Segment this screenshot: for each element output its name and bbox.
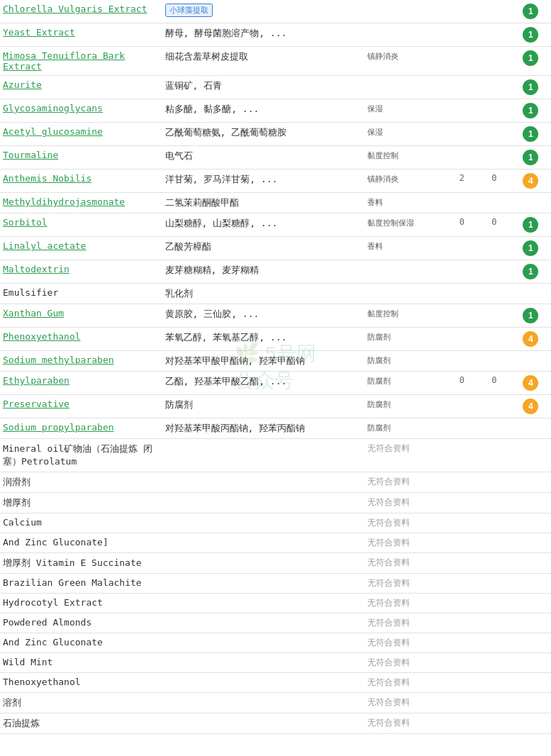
ingredient-name-link[interactable]: Sodium propylparaben — [3, 422, 114, 433]
func-tag: 防腐剂 — [367, 376, 391, 387]
ingredient-name-text: 增厚剂 — [3, 497, 30, 508]
safety-badge: 1 — [523, 27, 538, 43]
ingredient-func-cell: 无符合资料 — [364, 713, 551, 734]
ingredient-name-link[interactable]: Linalyl acetate — [3, 240, 86, 251]
ingredient-score2 — [478, 0, 511, 23]
no-data-label: 无符合资料 — [367, 697, 410, 707]
table-row: Ethylparaben乙酯, 羟基苯甲酸乙酯, ...防腐剂004 — [0, 372, 551, 395]
ingredient-func-cell — [364, 0, 445, 23]
ingredient-name-link[interactable]: Maltodextrin — [3, 264, 69, 274]
safety-badge: 1 — [523, 308, 538, 323]
ingredient-alias-cell: 二氢茉莉酮酸甲酯 — [162, 193, 365, 213]
no-data-label: 无符合资料 — [367, 538, 410, 547]
ingredient-name-cell[interactable]: Phenoxyethanol — [0, 328, 162, 351]
ingredient-name-link[interactable]: Yeast Extract — [3, 27, 75, 38]
ingredient-name-link[interactable]: Mimosa Tenuiflora Bark Extract — [3, 50, 125, 72]
ingredient-name-cell: Powdered Almonds — [0, 613, 162, 633]
alias-text: 洋甘菊, 罗马洋甘菊, ... — [165, 174, 278, 184]
ingredient-func-cell: 无符合资料 — [364, 633, 551, 653]
ingredient-name-cell: 润滑剂 — [0, 472, 162, 493]
ingredient-name-link[interactable]: Chlorella Vulgaris Extract — [3, 4, 148, 14]
ingredient-alias-cell: 苯氧乙醇, 苯氧基乙醇, ... — [162, 328, 365, 351]
ingredient-name-cell: Wild Mint — [0, 653, 162, 673]
ingredient-badge-cell: 1 — [511, 260, 551, 284]
ingredient-name-cell[interactable]: Methyldihydrojasmonate — [0, 193, 162, 213]
ingredient-func-cell — [364, 76, 445, 99]
no-data-label: 无符合资料 — [367, 718, 410, 728]
ingredient-name-link[interactable]: Ethylparaben — [3, 375, 69, 386]
ingredient-score1 — [445, 47, 478, 76]
ingredient-name-cell[interactable]: Glycosaminoglycans — [0, 99, 162, 123]
ingredient-name-link[interactable]: Phenoxyethanol — [3, 331, 81, 342]
ingredient-name-cell[interactable]: Yeast Extract — [0, 23, 162, 47]
ingredient-alias-cell: 粘多醣, 黏多醣, ... — [162, 99, 365, 123]
ingredient-name-cell[interactable]: Sodium propylparaben — [0, 418, 162, 439]
ingredient-name-cell[interactable]: Sodium methylparaben — [0, 351, 162, 372]
ingredient-alias-cell — [162, 553, 365, 574]
ingredient-name-cell[interactable]: Sorbitol — [0, 213, 162, 237]
ingredient-name-link[interactable]: Xanthan Gum — [3, 308, 64, 318]
ingredient-func-cell — [364, 260, 445, 284]
ingredient-badge-cell: 1 — [511, 237, 551, 260]
ingredient-badge-cell: 4 — [511, 395, 551, 418]
table-row: 石油提炼无符合资料 — [0, 713, 551, 734]
table-row: Tourmaline电气石黏度控制1 — [0, 146, 551, 169]
ingredient-name-text: 溶剂 — [3, 697, 21, 708]
ingredient-alias-cell: 对羟基苯甲酸甲酯钠, 羟苯甲酯钠 — [162, 351, 365, 372]
no-data-label: 无符合资料 — [367, 557, 410, 567]
ingredient-name-link[interactable]: Azurite — [3, 79, 42, 90]
ingredient-badge-cell — [511, 284, 551, 304]
ingredient-badge-cell: 4 — [511, 169, 551, 193]
ingredient-name-link[interactable]: Preservative — [3, 399, 69, 409]
ingredient-name-link[interactable]: Acetyl glucosamine — [3, 126, 103, 137]
ingredient-name-link[interactable]: Methyldihydrojasmonate — [3, 196, 125, 207]
ingredient-score2 — [478, 23, 511, 47]
ingredient-func-cell: 防腐剂 — [364, 395, 445, 418]
ingredient-name-cell[interactable]: Linalyl acetate — [0, 237, 162, 260]
ingredient-name-link[interactable]: Anthemis Nobilis — [3, 173, 91, 184]
ingredient-func-cell: 保湿 — [364, 123, 445, 146]
alias-text: 乙酯, 羟基苯甲酸乙酯, ... — [165, 376, 287, 387]
ingredient-score2: 0 — [478, 213, 511, 237]
table-row: Maltodextrin麦芽糖糊精, 麦芽糊精1 — [0, 260, 551, 284]
ingredient-func-cell: 香料 — [364, 237, 445, 260]
ingredient-badge-cell: 1 — [511, 123, 551, 146]
func-tag: 黏度控制 — [367, 308, 399, 319]
ingredient-name-text: Powdered Almonds — [3, 617, 91, 628]
no-data-label: 无符合资料 — [367, 518, 410, 528]
ingredient-name-link[interactable]: Glycosaminoglycans — [3, 103, 103, 113]
ingredient-name-cell[interactable]: Preservative — [0, 395, 162, 418]
ingredient-name-link[interactable]: Sodium methylparaben — [3, 355, 114, 365]
ingredient-badge-cell — [511, 418, 551, 439]
ingredient-name-cell[interactable]: Chlorella Vulgaris Extract — [0, 0, 162, 23]
ingredient-table: Chlorella Vulgaris Extract小球藻提取1Yeast Ex… — [0, 0, 551, 734]
ingredient-name-cell[interactable]: Azurite — [0, 76, 162, 99]
ingredient-score2 — [478, 99, 511, 123]
ingredient-score1 — [445, 76, 478, 99]
ingredient-name-cell[interactable]: Anthemis Nobilis — [0, 169, 162, 193]
ingredient-func-cell: 防腐剂 — [364, 418, 445, 439]
ingredient-name-cell[interactable]: Mimosa Tenuiflora Bark Extract — [0, 47, 162, 76]
table-row: Glycosaminoglycans粘多醣, 黏多醣, ...保湿1 — [0, 99, 551, 123]
alias-text: 二氢茉莉酮酸甲酯 — [165, 197, 239, 208]
ingredient-name-cell[interactable]: Acetyl glucosamine — [0, 123, 162, 146]
ingredient-name-link[interactable]: Tourmaline — [3, 150, 58, 160]
ingredient-name-cell[interactable]: Xanthan Gum — [0, 304, 162, 328]
ingredient-score1: 0 — [445, 213, 478, 237]
ingredient-name-cell[interactable]: Ethylparaben — [0, 372, 162, 395]
table-row: Hydrocotyl Extract无符合资料 — [0, 594, 551, 613]
table-row: Emulsifier乳化剂 — [0, 284, 551, 304]
func-tag: 防腐剂 — [367, 332, 391, 343]
safety-badge: 1 — [523, 4, 538, 19]
ingredient-name-cell: And Zinc Gluconate] — [0, 533, 162, 553]
table-row: 溶剂无符合资料 — [0, 693, 551, 713]
ingredient-name-link[interactable]: Sorbitol — [3, 217, 48, 228]
func-tag: 黏度控制 — [367, 150, 399, 161]
ingredient-name-cell[interactable]: Maltodextrin — [0, 260, 162, 284]
ingredient-name-text: 石油提炼 — [3, 718, 40, 728]
alias-text: 防腐剂 — [165, 399, 193, 410]
ingredient-alias-cell — [162, 439, 365, 472]
ingredient-name-cell[interactable]: Tourmaline — [0, 146, 162, 169]
ingredient-score1: 0 — [445, 372, 478, 395]
ingredient-func-cell — [364, 23, 445, 47]
